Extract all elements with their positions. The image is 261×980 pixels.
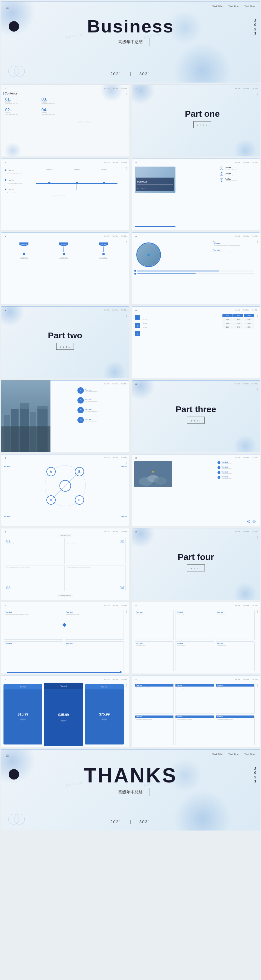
slide-flags: ≡ Text Title Text Title Text Title 2021 … [1,232,129,304]
contents-items: 01. Text TitleText content desc here 03.… [5,97,69,116]
contents-title: Contents [5,92,17,95]
text-grid-2: Your text Content description text for s… [135,684,255,745]
hands-image: 🤝 [134,461,172,487]
slide-team-hands: ≡ Text Title Text Title Text Title 🤝 1 Y… [132,454,260,526]
svg-line-13 [65,486,80,500]
svg-point-18 [154,477,167,485]
city-text-items: A Your text Text content description B Y… [77,387,127,423]
slide-price-cards: ≡ Text Title Text Title Text Title 2021 … [1,676,129,748]
svg-rect-9 [1,380,50,409]
contents-nav: Text Title Text Title Text Title [104,88,127,89]
circle-photo: 👥 [136,242,161,267]
thanks-dates: 2021 3031 [110,819,151,824]
slide-business-list: ≡ Text Title Text Title Text Title BUSIN… [132,159,260,230]
cover-subtitle: 高级年中总结 [118,40,143,44]
products-grid: 01 Text content description for product … [5,538,126,591]
contents-menu[interactable]: ≡ [5,88,6,90]
slide-circle-image: ≡ Text Title Text Title Text Title 2021 … [132,232,260,304]
svg-point-1 [14,66,25,76]
slide-arrow-layout: ≡ Text Title Text Title Text Title 2021 … [1,602,129,673]
slide-text-boxes: ≡ Text Title Text Title Text Title 2021 … [1,454,129,526]
slide-text-grid-2: ≡ Text Title Text Title Text Title 2021 … [132,676,260,748]
slide-contents: ≡ Text Title Text Title Text Title 2021 … [1,84,129,156]
menu-icon[interactable]: ≡ [6,5,9,11]
part-one-title-area: Part one 2 0 2 1 [185,109,220,128]
svg-line-10 [51,472,65,486]
price-cards: Your text $15.99 Contentdescriptiontext … [3,684,124,745]
part-one-menu[interactable]: ≡ [135,88,137,90]
bar-items [134,270,254,275]
part-one-nav: Text Title Text Title Text Title [235,88,258,89]
part-three-title: Part three 2 0 2 1 [175,404,216,423]
thanks-nav: Text Title Text Title Text Title [212,753,255,756]
svg-point-21 [14,814,25,824]
decor-circles [8,65,25,78]
part-four-title: Part four 2 0 2 1 [178,552,214,571]
thanks-subtitle: 高级年中总结 [118,790,143,794]
svg-point-20 [8,814,19,824]
slide-part-one: ≡ Text Title Text Title Text Title 2021 … [132,84,260,156]
svg-line-11 [65,472,80,486]
svg-rect-8 [1,426,50,452]
slide-products-grid: ≡ Text Title Text Title Text Title New P… [1,528,129,600]
business-items: 1 Text Title Content description text 2 … [220,167,258,181]
slide-part-two: ≡ Text Title Text Title Text Title 2021 … [1,306,129,378]
slide-timeline: ≡ Text Title Text Title Text Title 2021 … [1,159,129,230]
slide-city: ≡ Text Title Text Title Text Title [1,380,129,452]
part-two-title: Part two 2 0 2 1 [48,331,82,350]
slide-thanks: ≡ Text Title Text Title Text Title 2 0 2… [1,749,260,830]
slide-text-grid: ≡ Text Title Text Title Text Title 2021 … [132,602,260,673]
arrow-items: Your text Content description here for t… [4,610,124,671]
cover-nav: Text Title Text Title Text Title [212,5,255,8]
thanks-menu[interactable]: ≡ [6,753,9,759]
text-grid: Your text Content description Your text … [135,610,255,671]
cover-dates: 2021 3031 [110,72,151,76]
data-table: 2018 2019 2020 Text item 25% 40% 85% Tex… [143,314,254,328]
slide-cover: ≡ Text Title Text Title Text Title 2 0 2… [1,2,260,83]
svg-point-0 [8,66,19,76]
icons-list: 👤 ⚙ ◇ [135,315,140,336]
text-items-right: Ys: Your text Text content description h… [213,241,257,253]
slide-part-three: ≡ Text Title Text Title Text Title 2021 … [132,380,260,452]
business-image: BUSINESS Text subtitle here [135,167,175,192]
thanks-title: THANKS [84,765,177,786]
slide-part-four: ≡ Text Title Text Title Text Title 2021 … [132,528,260,600]
cover-circle-decor [9,21,19,32]
slide-data-table: ≡ Text Title Text Title Text Title 2021 … [132,306,260,378]
svg-text:🤝: 🤝 [152,471,155,473]
svg-line-12 [51,486,65,500]
abcd-diagram: A B C D [42,463,88,509]
city-image [1,380,50,452]
numbered-items: 1 Your text Content description 2 Your t… [218,461,258,479]
timeline: Product 1 Product 2 Product 3 [36,169,117,195]
flag-items: Your text Text contentdescription here Y… [4,242,123,259]
